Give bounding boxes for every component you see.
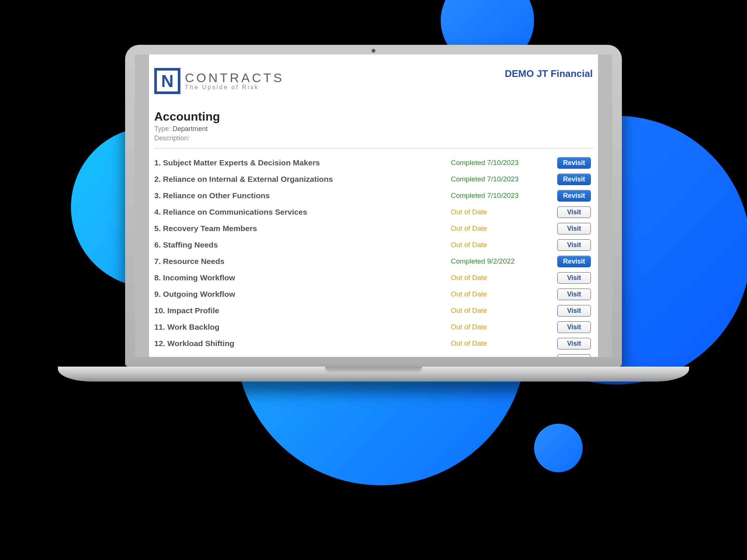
visit-button[interactable]: Visit [557,206,591,218]
item-title: 6. Staffing Needs [154,240,451,249]
list-item: 1. Subject Matter Experts & Decision Mak… [154,157,593,169]
divider [154,148,593,149]
item-action: Visit [555,206,593,218]
list-item: 5. Recovery Team MembersOut of DateVisit [154,223,593,234]
list-item: 3. Reliance on Other FunctionsCompleted … [154,190,593,202]
item-title: 12. Workload Shifting [154,339,451,348]
item-status: Out of Date [451,339,555,348]
type-value: Department [173,125,208,133]
page-title: Accounting [154,110,593,124]
visit-button[interactable]: Visit [557,321,591,333]
item-status: Completed 7/10/2023 [451,192,555,200]
item-title: 7. Resource Needs [154,257,451,266]
visit-button[interactable]: Visit [557,338,591,349]
item-action: Revisit [555,157,593,169]
visit-button[interactable]: Visit [557,289,591,300]
item-action: Revisit [555,190,593,202]
decorative-circle [534,424,583,472]
revisit-button[interactable]: Revisit [557,174,591,185]
item-title: 9. Outgoing Workflow [154,290,451,299]
logo-mark-icon: N [154,68,180,94]
logo-tagline: The Upside of Risk [185,84,284,91]
list-item: 2. Reliance on Internal & External Organ… [154,173,593,185]
item-status: Out of Date [451,290,555,298]
list-item: 6. Staffing NeedsOut of DateVisit [154,239,593,251]
laptop-base [58,367,689,382]
item-status: Out of Date [451,208,555,216]
visit-button[interactable]: Visit [557,272,591,284]
item-title: 10. Impact Profile [154,306,451,315]
type-label: Type: [154,125,171,133]
visit-button[interactable]: Visit [557,239,591,251]
description-label: Description: [154,134,190,142]
item-title: 13. Vital Records Required [154,355,451,357]
revisit-button[interactable]: Revisit [557,157,591,169]
list-item: 12. Workload ShiftingOut of DateVisit [154,337,593,349]
tenant-name: DEMO JT Financial [505,68,593,80]
description-row: Description: [154,134,593,142]
list-item: 4. Reliance on Communications ServicesOu… [154,206,593,218]
item-status: Completed 9/2/2022 [451,257,555,265]
laptop-bezel: N CONTRACTS The Upside of Risk DEMO JT F… [125,45,622,367]
list-item: 11. Work BacklogOut of DateVisit [154,321,593,333]
item-title: 5. Recovery Team Members [154,224,451,233]
item-action: Revisit [555,256,593,267]
list-item: 13. Vital Records RequiredOut of DateVis… [154,354,593,357]
list-item: 10. Impact ProfileOut of DateVisit [154,305,593,317]
item-action: Visit [555,223,593,234]
type-row: Type: Department [154,125,593,133]
item-title: 2. Reliance on Internal & External Organ… [154,175,451,184]
item-status: Out of Date [451,241,555,249]
item-status: Out of Date [451,274,555,282]
item-action: Visit [555,289,593,300]
item-action: Visit [555,354,593,357]
logo-brand: CONTRACTS [185,71,284,85]
logo-text: CONTRACTS The Upside of Risk [185,71,284,91]
app-header: N CONTRACTS The Upside of Risk DEMO JT F… [154,68,593,94]
item-action: Visit [555,321,593,333]
brand-logo: N CONTRACTS The Upside of Risk [154,68,284,94]
revisit-button[interactable]: Revisit [557,256,591,267]
item-status: Out of Date [451,356,555,357]
item-title: 8. Incoming Workflow [154,273,451,282]
item-title: 11. Work Backlog [154,323,451,332]
item-action: Visit [555,338,593,349]
list-item: 7. Resource NeedsCompleted 9/2/2022Revis… [154,255,593,267]
item-status: Out of Date [451,224,555,233]
item-title: 3. Reliance on Other Functions [154,191,451,200]
list-item: 9. Outgoing WorkflowOut of DateVisit [154,288,593,300]
item-status: Out of Date [451,323,555,331]
item-action: Revisit [555,174,593,185]
item-action: Visit [555,272,593,284]
app-content: N CONTRACTS The Upside of Risk DEMO JT F… [149,55,598,357]
list-item: 8. Incoming WorkflowOut of DateVisit [154,272,593,284]
item-list: 1. Subject Matter Experts & Decision Mak… [154,157,593,357]
item-status: Completed 7/10/2023 [451,175,555,183]
visit-button[interactable]: Visit [557,223,591,234]
item-action: Visit [555,305,593,317]
laptop-screen: N CONTRACTS The Upside of Risk DEMO JT F… [135,55,612,357]
item-action: Visit [555,239,593,251]
item-title: 4. Reliance on Communications Services [154,208,451,217]
laptop-mockup: N CONTRACTS The Upside of Risk DEMO JT F… [125,45,622,382]
item-title: 1. Subject Matter Experts & Decision Mak… [154,158,451,167]
item-status: Out of Date [451,307,555,315]
visit-button[interactable]: Visit [557,354,591,357]
visit-button[interactable]: Visit [557,305,591,317]
item-status: Completed 7/10/2023 [451,159,555,167]
revisit-button[interactable]: Revisit [557,190,591,202]
